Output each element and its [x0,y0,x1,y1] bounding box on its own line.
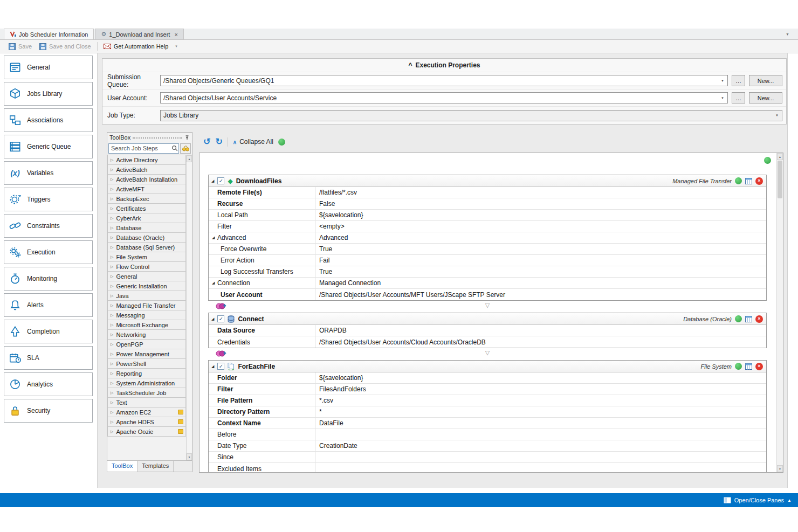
toolbox-category[interactable]: ▷ ActiveMFT [107,184,186,194]
sidebar-item-completion[interactable]: Completion [4,320,93,343]
toolbar-overflow-icon[interactable]: ▾ [175,44,177,49]
toolbox-category[interactable]: ▷ PowerShell [107,358,186,369]
toolbox-category[interactable]: ▷ Apache HDFS [107,417,186,427]
property-row[interactable]: ◢Recurse False [209,198,766,210]
expand-icon[interactable]: ▷ [111,236,113,240]
sidebar-item-alerts[interactable]: Alerts [4,293,93,317]
property-row[interactable]: ◢Date Type CreationDate [209,440,766,452]
property-value[interactable]: False [315,198,766,209]
toolbox-category[interactable]: ▷ BackupExec [107,194,186,204]
expand-icon[interactable]: ▷ [111,177,113,182]
insert-step-marker[interactable]: ▽ [485,302,490,309]
scroll-up-icon[interactable]: ▲ [187,155,192,162]
job-type-select[interactable]: Jobs Library ▼ [160,110,782,121]
expand-icon[interactable]: ▷ [111,168,113,172]
step-connect[interactable]: ◢ ✓ Connect Database (Oracle) × ◢Dat [208,313,767,348]
toolbox-category[interactable]: ▷ System Administration [107,378,186,388]
step-header[interactable]: ◢ ✓ ◆ DownloadFiles Managed File Transfe… [209,175,766,187]
property-value[interactable]: CreationDate [315,440,766,451]
user-account-select[interactable]: /Shared Objects/User Accounts/Service ▼ [160,92,728,103]
toolbox-category[interactable]: ▷ ActiveBatch Installation [107,174,186,184]
expand-icon[interactable]: ▷ [111,158,113,162]
group-expand-icon[interactable]: ◢ [212,281,217,285]
step-link-icon[interactable] [216,350,229,357]
toolbox-category[interactable]: ▷ TaskScheduler Job [107,388,186,398]
property-value[interactable]: ORAPDB [315,325,766,336]
expand-icon[interactable]: ▷ [111,371,113,376]
step-delete-icon[interactable]: × [755,315,763,323]
save-button[interactable]: Save [5,41,36,52]
step-enabled-checkbox[interactable]: ✓ [217,315,224,322]
property-row[interactable]: ◢Before [209,429,766,440]
expand-icon[interactable]: ▷ [111,420,113,424]
toolbox-category[interactable]: ▷ Database (Oracle) [107,232,186,243]
property-row[interactable]: ◢File Pattern *.csv [209,395,766,406]
toolbox-category[interactable]: ▷ Database (Sql Server) [107,242,186,252]
expand-icon[interactable]: ▷ [111,197,113,201]
expand-icon[interactable]: ▷ [111,323,113,327]
tab-job-scheduler-information[interactable]: Job Scheduler Information [4,29,94,39]
toolbox-category[interactable]: ▷ Text [107,397,186,407]
scroll-up-icon[interactable]: ▲ [777,153,783,160]
step-delete-icon[interactable]: × [755,363,763,370]
sidebar-item-analytics[interactable]: Analytics [4,372,93,396]
expand-icon[interactable]: ▷ [111,400,113,405]
property-value[interactable]: Managed Connection [315,278,766,288]
sidebar-item-generic-queue[interactable]: Generic Queue [4,135,93,158]
property-value[interactable]: ${savelocation} [315,372,766,383]
expand-icon[interactable]: ▷ [111,265,113,269]
tab-close-icon[interactable]: × [174,31,177,38]
execution-properties-header[interactable]: ^ Execution Properties [102,59,786,72]
step-comment-icon[interactable] [735,177,742,184]
toolbox-category[interactable]: ▷ General [107,271,186,281]
sidebar-item-jobs-library[interactable]: Jobs Library [4,82,93,106]
property-row[interactable]: ◢Log Successful Transfers True [209,266,766,278]
sidebar-item-monitoring[interactable]: Monitoring [4,267,93,291]
property-row[interactable]: ◢Credentials /Shared Objects/User Accoun… [209,336,766,348]
toolbox-category[interactable]: ▷ Power Management [107,349,186,359]
expand-icon[interactable]: ▷ [111,362,113,366]
advanced-find-button[interactable] [180,143,191,154]
property-row[interactable]: ◢Folder ${savelocation} [209,372,766,384]
save-and-close-button[interactable]: Save and Close [36,41,95,52]
toolbox-category[interactable]: ▷ Managed File Transfer [107,300,186,310]
expand-icon[interactable]: ▷ [111,294,113,298]
toolbox-category[interactable]: ▷ Flow Control [107,261,186,272]
property-value[interactable]: /Shared Objects/User Accounts/Cloud Acco… [315,336,766,348]
sidebar-item-general[interactable]: General [4,56,93,79]
search-input[interactable] [108,143,179,154]
sidebar-item-security[interactable]: Security [4,399,93,423]
sidebar-item-triggers[interactable]: Triggers [4,188,93,211]
scrollbar-thumb[interactable] [778,161,782,198]
property-row[interactable]: ◢Data Source ORAPDB [209,325,766,336]
property-value[interactable]: True [315,266,766,277]
property-row[interactable]: ◢Connection Managed Connection [209,278,766,289]
toolbox-category[interactable]: ▷ Networking [107,329,186,340]
expand-icon[interactable]: ▷ [111,391,113,395]
toolbox-category[interactable]: ▷ Database [107,223,186,233]
toolbox-category[interactable]: ▷ OpenPGP [107,339,186,349]
step-grid-view-icon[interactable] [745,363,752,370]
property-row[interactable]: ◢Context Name DataFile [209,418,766,429]
property-value[interactable]: True [315,244,766,254]
toolbox-category[interactable]: ▷ Active Directory [107,155,186,165]
tab-toolbox[interactable]: ToolBox [107,461,137,472]
property-value[interactable] [315,463,766,473]
sidebar-item-execution[interactable]: Execution [4,240,93,264]
property-value[interactable] [315,452,766,462]
step-delete-icon[interactable]: × [755,177,763,185]
workflow-vertical-scrollbar[interactable]: ▲ ▼ [776,153,783,472]
expand-icon[interactable]: ▷ [111,226,113,230]
expand-icon[interactable]: ▷ [111,274,113,279]
toolbox-category[interactable]: ▷ Amazon EC2 [107,407,186,417]
pin-icon[interactable] [184,135,190,141]
redo-icon[interactable]: ↻ [215,137,222,146]
expand-icon[interactable]: ▷ [111,333,113,337]
step-comment-icon[interactable] [735,315,742,322]
step-enabled-checkbox[interactable]: ✓ [217,363,224,370]
property-row[interactable]: ◢Force Overwrite True [209,244,766,255]
toolbox-category[interactable]: ▷ Java [107,291,186,301]
step-comment-icon[interactable] [735,363,742,370]
property-row[interactable]: ◢Remote File(s) /flatfiles/*.csv [209,187,766,198]
toolbox-category[interactable]: ▷ ActiveBatch [107,164,186,175]
